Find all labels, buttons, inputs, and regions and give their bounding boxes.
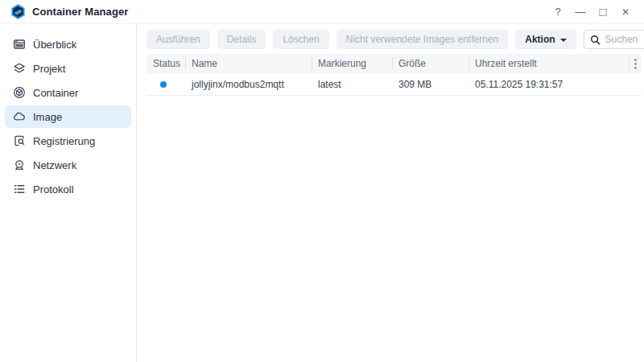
sidebar-item-label: Image <box>33 111 62 123</box>
search-box[interactable] <box>584 30 644 49</box>
sidebar-item-registrierung[interactable]: Registrierung <box>5 130 131 152</box>
sidebar-item-label: Projekt <box>33 63 65 75</box>
column-header-uhrzeit[interactable]: Uhrzeit erstellt <box>469 54 629 73</box>
toolbar: Ausführen Details Löschen Nicht verwende… <box>147 30 642 49</box>
app-logo-icon <box>10 4 26 19</box>
column-header-status[interactable]: Status <box>147 54 185 73</box>
sidebar-item-label: Registrierung <box>33 135 95 147</box>
prune-images-button[interactable]: Nicht verwendete Images entfernen <box>336 30 508 49</box>
action-dropdown-button[interactable]: Aktion <box>515 30 576 49</box>
app-window: Container Manager ? — □ ✕ Überblick <box>0 0 644 362</box>
network-icon <box>13 158 26 171</box>
run-button[interactable]: Ausführen <box>147 30 210 49</box>
help-button[interactable]: ? <box>549 3 567 21</box>
window-controls: ? — □ ✕ <box>549 3 634 21</box>
column-header-markierung[interactable]: Markierung <box>312 54 392 73</box>
status-dot <box>160 81 167 88</box>
column-header-name[interactable]: Name <box>185 54 312 73</box>
layers-icon <box>13 62 26 75</box>
list-icon <box>13 183 26 195</box>
images-table: Status Name Markierung Größe Uhrzeit ers… <box>147 54 642 96</box>
sidebar-item-label: Container <box>33 87 78 99</box>
details-button[interactable]: Details <box>217 30 266 49</box>
maximize-button[interactable]: □ <box>594 2 612 20</box>
sidebar-item-label: Überblick <box>33 39 76 51</box>
column-settings-button[interactable] <box>629 54 642 73</box>
delete-button[interactable]: Löschen <box>273 30 328 49</box>
overview-icon <box>13 38 26 51</box>
close-button[interactable]: ✕ <box>617 3 634 21</box>
search-icon <box>590 35 601 45</box>
sidebar-item-label: Netzwerk <box>33 159 76 171</box>
table-header: Status Name Markierung Größe Uhrzeit ers… <box>147 54 642 73</box>
sidebar: Überblick Projekt <box>0 24 137 362</box>
sidebar-item-ueberblick[interactable]: Überblick <box>5 33 131 56</box>
sidebar-item-label: Protokoll <box>33 183 74 195</box>
search-input[interactable] <box>605 34 644 45</box>
registry-icon <box>13 134 26 147</box>
cloud-icon <box>13 110 26 123</box>
column-header-groesse[interactable]: Größe <box>392 54 469 73</box>
image-tag-cell: latest <box>312 79 392 90</box>
minimize-button[interactable]: — <box>572 3 589 21</box>
sidebar-item-netzwerk[interactable]: Netzwerk <box>5 154 131 176</box>
sidebar-item-container[interactable]: Container <box>5 81 131 104</box>
app-title: Container Manager <box>32 6 128 18</box>
sidebar-item-image[interactable]: Image <box>5 105 131 128</box>
image-name-cell: jollyjinx/modbus2mqtt <box>185 79 312 90</box>
container-icon <box>13 86 26 99</box>
sidebar-item-projekt[interactable]: Projekt <box>5 57 131 80</box>
sidebar-item-protokoll[interactable]: Protokoll <box>5 178 131 200</box>
kebab-menu-icon <box>634 59 637 69</box>
status-cell <box>147 81 185 88</box>
image-size-cell: 309 MB <box>392 79 469 90</box>
table-row[interactable]: jollyjinx/modbus2mqtt latest 309 MB 05.1… <box>147 73 642 96</box>
main-panel: Ausführen Details Löschen Nicht verwende… <box>137 24 644 362</box>
action-dropdown-label: Aktion <box>525 34 555 45</box>
image-created-cell: 05.11.2025 19:31:57 <box>469 79 629 90</box>
titlebar: Container Manager ? — □ ✕ <box>0 0 644 24</box>
chevron-down-icon <box>560 39 567 42</box>
